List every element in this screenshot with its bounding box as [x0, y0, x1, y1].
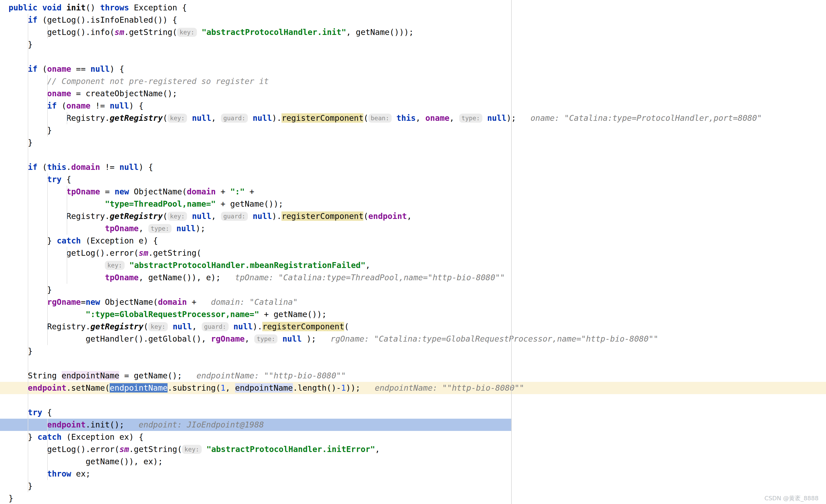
code-line[interactable]: throw ex; [0, 468, 826, 480]
code-token: } [8, 40, 33, 49]
code-token [168, 322, 173, 331]
code-token [392, 113, 397, 123]
code-token: + [216, 187, 230, 196]
code-line[interactable]: if (this.domain != null) { [0, 161, 826, 173]
code-line[interactable]: Registry.getRegistry(key: null, guard: n… [0, 321, 826, 333]
code-token: tpOname [105, 273, 138, 282]
code-token: = getName(); [119, 371, 182, 380]
code-line[interactable]: } catch (Exception e) { [0, 235, 826, 247]
code-line[interactable]: } [0, 345, 826, 357]
code-token: } [8, 285, 52, 295]
inline-debug-value: endpoint: JIoEndpoint@1988 [124, 420, 264, 429]
code-line[interactable]: } [0, 124, 826, 136]
string-token: "abstractProtocolHandler.initError" [206, 445, 375, 454]
keyword-token: null [282, 334, 301, 343]
code-line[interactable]: getLog().error(sm.getString(key: "abstra… [0, 443, 826, 455]
code-line[interactable]: } [0, 39, 826, 51]
parameter-hint-chip: guard: [221, 212, 248, 221]
keyword-token: null [173, 322, 192, 331]
code-token: } [8, 126, 52, 135]
code-line[interactable]: public void init() throws Exception { [0, 2, 826, 14]
code-token: != [100, 163, 119, 172]
code-line[interactable] [0, 149, 826, 161]
code-token: .setName( [66, 383, 110, 392]
code-token: } [8, 481, 33, 491]
editor-margin-line [511, 0, 512, 504]
keyword-token: if [28, 15, 37, 24]
code-line[interactable]: } [0, 136, 826, 149]
keyword-token: this [47, 163, 66, 172]
identifier-occurrence: endpointName [235, 383, 293, 392]
code-line[interactable]: tpOname = new ObjectName(domain + ":" + [0, 186, 826, 198]
code-line[interactable]: } [0, 492, 826, 504]
keyword-token: null [192, 113, 211, 123]
code-token: domain [158, 297, 187, 307]
code-line[interactable]: try { [0, 406, 826, 419]
code-token: , [450, 113, 459, 123]
code-line[interactable]: "type=ThreadPool,name=" + getName()); [0, 198, 826, 210]
string-token: "abstractProtocolHandler.mbeanRegistrati… [129, 260, 365, 270]
code-token [248, 211, 253, 221]
keyword-token: if [47, 101, 57, 110]
keyword-token: null [253, 211, 272, 221]
code-line[interactable]: getName()), ex); [0, 455, 826, 468]
code-line[interactable]: String endpointName = getName(); endpoin… [0, 370, 826, 382]
parameter-hint-chip: guard: [221, 114, 248, 123]
code-token: , [139, 224, 149, 233]
code-line[interactable]: } [0, 480, 826, 492]
code-token: (Exception ex) { [62, 432, 143, 442]
code-token: 1 [341, 383, 346, 392]
code-token: endpoint [368, 211, 407, 221]
code-token [229, 322, 233, 331]
caret-line[interactable]: endpoint.setName(endpointName.substring(… [0, 382, 826, 394]
keyword-token: throws [100, 3, 134, 12]
code-line[interactable]: ":type=GlobalRequestProcessor,name=" + g… [0, 308, 826, 321]
code-line[interactable]: Registry.getRegistry(key: null, guard: n… [0, 112, 826, 124]
code-line[interactable]: tpOname, getName()), e); tpOname: "Catal… [0, 271, 826, 284]
code-line[interactable]: getLog().info(sm.getString(key: "abstrac… [0, 26, 826, 39]
code-line[interactable] [0, 394, 826, 406]
code-token: )); [346, 383, 360, 392]
string-token: "type=ThreadPool,name=" [105, 199, 216, 208]
code-line[interactable]: if (oname != null) { [0, 100, 826, 112]
keyword-token: null [119, 163, 138, 172]
code-line[interactable]: if (getLog().isInfoEnabled()) { [0, 14, 826, 26]
code-line[interactable]: } [0, 284, 826, 296]
code-editor[interactable]: public void init() throws Exception { if… [0, 0, 826, 504]
code-token: domain [71, 163, 100, 172]
code-line[interactable] [0, 51, 826, 63]
code-token: oname [425, 113, 449, 123]
code-line[interactable]: rgOname=new ObjectName(domain + domain: … [0, 296, 826, 308]
code-token: ). [272, 113, 282, 123]
code-token: ); [302, 334, 316, 343]
code-area[interactable]: public void init() throws Exception { if… [0, 0, 826, 504]
code-line[interactable]: try { [0, 173, 826, 186]
indent-guide [67, 186, 67, 235]
code-line[interactable]: getHandler().getGlobal(), rgOname, type:… [0, 333, 826, 345]
code-line[interactable]: // Component not pre-registered so regis… [0, 75, 826, 87]
code-line[interactable] [0, 357, 826, 370]
code-line[interactable]: key: "abstractProtocolHandler.mbeanRegis… [0, 259, 826, 271]
code-token: getLog().error( [8, 445, 119, 454]
code-token [8, 187, 66, 196]
inline-debug-value: endpointName: ""http-bio-8080"" [182, 371, 346, 380]
code-line[interactable]: } catch (Exception ex) { [0, 431, 826, 443]
code-line[interactable]: getLog().error(sm.getString( [0, 247, 826, 259]
keyword-token: if [28, 64, 37, 74]
keyword-token: try [47, 175, 62, 184]
code-token [172, 224, 176, 233]
code-token: .getString( [124, 27, 177, 37]
code-token [8, 260, 105, 270]
code-line[interactable]: if (oname == null) { [0, 63, 826, 75]
code-token: tpOname [66, 187, 100, 196]
indent-guide [28, 14, 28, 492]
code-token: ObjectName( [100, 297, 158, 307]
indent-guide [67, 112, 67, 124]
code-token: () [85, 3, 100, 12]
code-token: .getString( [129, 445, 182, 454]
code-line[interactable]: oname = createObjectName(); [0, 87, 826, 100]
code-line[interactable]: Registry.getRegistry(key: null, guard: n… [0, 210, 826, 223]
execution-line[interactable]: endpoint.init(); endpoint: JIoEndpoint@1… [0, 419, 826, 431]
code-line[interactable]: tpOname, type: null); [0, 223, 826, 235]
code-token: } [8, 138, 33, 147]
